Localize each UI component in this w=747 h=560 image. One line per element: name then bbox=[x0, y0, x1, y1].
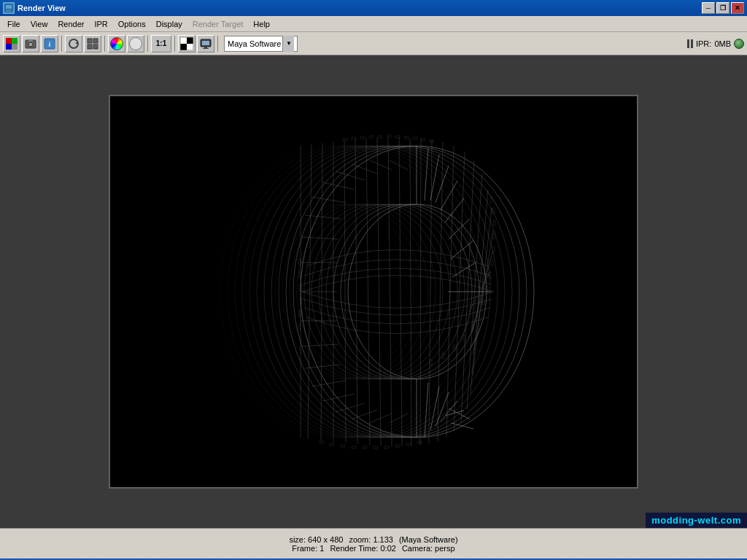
svg-rect-24 bbox=[204, 47, 207, 48]
status-render-time: Render Time: 0:02 bbox=[330, 544, 396, 553]
svg-rect-106 bbox=[493, 233, 495, 239]
status-zoom: zoom: 1.133 bbox=[349, 535, 393, 544]
menu-display[interactable]: Display bbox=[152, 18, 187, 30]
svg-rect-25 bbox=[203, 48, 209, 49]
svg-point-34 bbox=[242, 146, 476, 438]
title-bar-buttons: ─ ❐ ✕ bbox=[702, 2, 744, 14]
svg-rect-93 bbox=[352, 137, 356, 139]
svg-line-136 bbox=[425, 148, 428, 201]
menu-file[interactable]: File bbox=[3, 18, 25, 30]
svg-rect-133 bbox=[298, 324, 301, 330]
menu-options[interactable]: Options bbox=[114, 18, 150, 30]
svg-rect-102 bbox=[429, 140, 433, 142]
keep-image-button[interactable]: i bbox=[41, 35, 58, 52]
svg-rect-19 bbox=[180, 44, 187, 50]
svg-line-144 bbox=[445, 198, 464, 222]
svg-rect-100 bbox=[413, 137, 417, 139]
dropdown-arrow-icon[interactable]: ▼ bbox=[282, 36, 294, 52]
menu-help[interactable]: Help bbox=[249, 18, 274, 30]
svg-rect-4 bbox=[12, 38, 18, 44]
separator-4 bbox=[174, 36, 175, 52]
restore-button[interactable]: ❐ bbox=[716, 2, 729, 14]
pause-bar-2 bbox=[691, 39, 693, 48]
svg-rect-123 bbox=[363, 446, 367, 448]
grid-button[interactable] bbox=[84, 35, 101, 52]
svg-line-89 bbox=[370, 413, 392, 423]
svg-line-60 bbox=[410, 138, 411, 446]
svg-rect-101 bbox=[421, 139, 425, 141]
svg-line-58 bbox=[388, 137, 392, 446]
svg-line-142 bbox=[441, 181, 457, 210]
svg-rect-118 bbox=[417, 441, 422, 443]
render-canvas[interactable] bbox=[109, 95, 638, 489]
ipr-indicator bbox=[734, 39, 744, 49]
refresh-button[interactable] bbox=[65, 35, 82, 52]
svg-rect-1 bbox=[6, 5, 12, 9]
svg-rect-15 bbox=[88, 44, 92, 49]
ipr-status: IPR: 0MB bbox=[687, 39, 744, 49]
real-size-button[interactable] bbox=[197, 35, 214, 52]
alpha-button[interactable] bbox=[178, 35, 196, 52]
svg-rect-119 bbox=[406, 443, 411, 446]
separator-3 bbox=[147, 36, 148, 52]
svg-rect-122 bbox=[374, 446, 378, 448]
status-frame: Frame: 1 bbox=[292, 544, 324, 553]
svg-rect-3 bbox=[6, 38, 12, 44]
svg-line-78 bbox=[305, 215, 341, 219]
svg-rect-97 bbox=[387, 135, 391, 137]
zoom-reset-button[interactable]: 1:1 bbox=[151, 35, 171, 52]
svg-rect-2 bbox=[6, 9, 12, 12]
svg-point-35 bbox=[235, 146, 468, 438]
separator-5 bbox=[217, 36, 218, 52]
status-size: size: 640 x 480 bbox=[289, 535, 343, 544]
render-engine-selector[interactable]: Maya Software ▼ bbox=[224, 36, 298, 52]
status-bar: size: 640 x 480 zoom: 1.133 (Maya Softwa… bbox=[0, 528, 747, 559]
separator-2 bbox=[104, 36, 105, 52]
svg-rect-121 bbox=[384, 446, 389, 448]
pause-bar-1 bbox=[687, 39, 689, 48]
svg-point-8 bbox=[28, 42, 33, 47]
title-bar-left: Render View bbox=[3, 2, 66, 14]
menu-render-target[interactable]: Render Target bbox=[188, 18, 248, 30]
close-button[interactable]: ✕ bbox=[731, 2, 744, 14]
svg-text:i: i bbox=[49, 41, 51, 48]
svg-rect-107 bbox=[492, 246, 495, 252]
render-button[interactable] bbox=[3, 35, 20, 52]
svg-rect-99 bbox=[404, 136, 409, 139]
svg-line-59 bbox=[399, 137, 402, 446]
svg-point-42 bbox=[319, 204, 457, 379]
menu-render[interactable]: Render bbox=[53, 18, 88, 30]
status-line-2: Frame: 1 Render Time: 0:02 Camera: persp bbox=[292, 544, 454, 553]
render-engine-dropdown[interactable]: Maya Software ▼ bbox=[224, 36, 298, 52]
svg-rect-124 bbox=[352, 446, 356, 448]
color-button[interactable] bbox=[108, 35, 125, 52]
menu-bar: File View Render IPR Options Display Ren… bbox=[0, 16, 747, 32]
menu-ipr[interactable]: IPR bbox=[90, 18, 112, 30]
ipr-label: IPR: bbox=[696, 39, 711, 48]
white-circle-button[interactable] bbox=[127, 35, 144, 52]
ipr-pause-icon bbox=[687, 39, 693, 48]
svg-line-81 bbox=[311, 381, 346, 386]
title-bar: Render View ─ ❐ ✕ bbox=[0, 0, 747, 16]
render-engine-label: Maya Software bbox=[228, 39, 281, 48]
ipr-memory: 0MB bbox=[714, 39, 731, 48]
svg-rect-126 bbox=[330, 443, 334, 446]
window-icon bbox=[3, 2, 15, 14]
svg-rect-128 bbox=[298, 259, 301, 265]
menu-view[interactable]: View bbox=[26, 18, 53, 30]
svg-rect-6 bbox=[12, 44, 18, 50]
window-title: Render View bbox=[18, 4, 66, 12]
svg-line-77 bbox=[301, 344, 338, 346]
svg-rect-14 bbox=[93, 39, 98, 43]
snapshot-button[interactable] bbox=[22, 35, 39, 52]
svg-rect-96 bbox=[378, 136, 382, 138]
status-renderer: (Maya Software) bbox=[399, 535, 458, 544]
svg-rect-92 bbox=[343, 139, 347, 141]
status-line-1: size: 640 x 480 zoom: 1.133 (Maya Softwa… bbox=[289, 535, 457, 544]
svg-rect-105 bbox=[493, 220, 495, 226]
svg-line-76 bbox=[301, 237, 338, 239]
render-area: modding-welt.com bbox=[0, 55, 747, 528]
svg-rect-95 bbox=[369, 136, 374, 138]
svg-line-57 bbox=[377, 138, 381, 446]
minimize-button[interactable]: ─ bbox=[702, 2, 715, 14]
